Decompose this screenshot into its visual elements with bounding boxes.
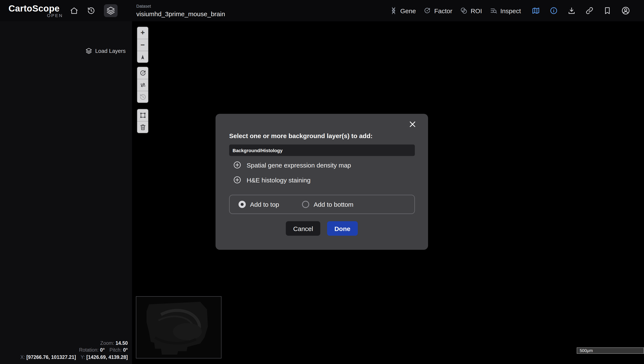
zoom-in-button[interactable]: + xyxy=(137,27,148,39)
share-link-button[interactable] xyxy=(585,7,594,15)
zoom-out-button[interactable]: − xyxy=(137,39,148,51)
close-icon xyxy=(408,120,416,128)
home-icon xyxy=(70,7,78,15)
placement-radio-group: Add to top Add to bottom xyxy=(229,195,415,214)
dna-icon xyxy=(390,7,397,15)
nav-item-gene[interactable]: Gene xyxy=(390,7,416,15)
status-zoom: Zoom: 14.50 xyxy=(20,339,128,346)
layers-button[interactable] xyxy=(104,4,118,17)
status-rotation-pitch: Rotation: 0° Pitch: 0° xyxy=(20,346,128,353)
done-button[interactable]: Done xyxy=(327,221,358,236)
compass-button[interactable] xyxy=(137,51,148,63)
account-button[interactable] xyxy=(621,6,630,15)
nav-label-factor: Factor xyxy=(434,7,452,14)
zoom-in-icon: + xyxy=(140,29,145,37)
nav-label-gene: Gene xyxy=(400,7,416,14)
load-layers-icon xyxy=(86,48,92,54)
topbar-tools xyxy=(70,4,118,17)
rotate-button[interactable] xyxy=(137,67,148,79)
nav-label-roi: ROI xyxy=(471,7,482,14)
sidebar: Load Layers Zoom: 14.50 Rotation: 0° Pit… xyxy=(0,21,132,364)
layer-option-he-staining[interactable]: H&E histology staining xyxy=(233,174,310,186)
layer-group-header[interactable]: Background/Histology xyxy=(229,145,415,156)
link-icon xyxy=(585,7,594,15)
swap-axes-button[interactable] xyxy=(137,79,148,91)
modal-close-button[interactable] xyxy=(408,120,416,128)
scale-label: 500μm xyxy=(580,348,593,353)
logo-text: CartoScope xyxy=(8,4,63,13)
logo: CartoScope OPEN xyxy=(8,4,63,18)
view-controls xyxy=(137,67,148,103)
roi-icon xyxy=(460,7,468,15)
cancel-button[interactable]: Cancel xyxy=(286,221,320,236)
load-layers-button[interactable]: Load Layers xyxy=(86,48,126,54)
download-icon xyxy=(567,7,576,15)
map-scale-bar: 500μm xyxy=(577,347,644,354)
layer-option-density-map[interactable]: Spatial gene expression density map xyxy=(233,159,351,171)
zoom-out-icon: − xyxy=(140,41,145,49)
modal-title: Select one or more background layer(s) t… xyxy=(229,132,373,139)
swap-icon xyxy=(139,81,146,89)
nav-item-roi[interactable]: ROI xyxy=(460,7,482,15)
modal-actions: Cancel Done xyxy=(216,221,428,236)
home-button[interactable] xyxy=(70,7,78,15)
dataset-info: Dataset visiumhd_3prime_mouse_brain xyxy=(136,4,225,18)
account-icon xyxy=(621,6,630,15)
delete-shape-button[interactable] xyxy=(137,121,148,133)
topbar-action-icons xyxy=(532,6,630,15)
info-icon xyxy=(550,7,558,15)
compass-icon xyxy=(139,54,146,60)
zoom-controls: + − xyxy=(137,27,148,63)
info-button[interactable] xyxy=(550,7,558,15)
viewport-status: Zoom: 14.50 Rotation: 0° Pitch: 0° X: [9… xyxy=(20,339,128,360)
load-layers-label: Load Layers xyxy=(95,48,126,54)
radio-unselected-icon[interactable] xyxy=(302,201,310,208)
minimap-brain-image xyxy=(136,297,221,358)
radio-add-to-top[interactable]: Add to top xyxy=(238,201,279,208)
layer-option-label: H&E histology staining xyxy=(246,176,310,183)
history-button[interactable] xyxy=(87,7,96,15)
radio-add-to-bottom[interactable]: Add to bottom xyxy=(302,201,354,208)
draw-controls xyxy=(137,109,148,133)
bookmark-icon xyxy=(603,7,612,15)
inspect-icon xyxy=(490,7,497,15)
layer-option-label: Spatial gene expression density map xyxy=(246,161,351,169)
topbar: CartoScope OPEN Dataset visiumhd_3prime_… xyxy=(0,0,644,21)
rotate-icon xyxy=(139,69,146,77)
draw-rect-button[interactable] xyxy=(137,109,148,121)
nav-item-factor[interactable]: Factor xyxy=(424,7,452,15)
trash-icon xyxy=(139,124,146,131)
radio-add-to-bottom-label: Add to bottom xyxy=(314,201,354,208)
map-view-button[interactable] xyxy=(532,7,540,15)
nav-label-inspect: Inspect xyxy=(500,7,521,14)
add-background-layer-modal: Select one or more background layer(s) t… xyxy=(216,114,428,250)
minimap[interactable] xyxy=(136,296,222,358)
status-extent: X: [97266.76, 101327.21] Y: [1426.69, 41… xyxy=(20,353,128,360)
draw-rect-icon xyxy=(139,112,146,119)
plus-circle-icon xyxy=(233,161,242,169)
reset-view-button[interactable] xyxy=(137,91,148,103)
dataset-label: Dataset xyxy=(136,4,225,9)
map-icon xyxy=(532,7,540,15)
factor-icon xyxy=(424,7,431,15)
layers-icon xyxy=(106,7,115,15)
radio-add-to-top-label: Add to top xyxy=(250,201,279,208)
logo-subtext: OPEN xyxy=(8,13,63,18)
radio-selected-icon[interactable] xyxy=(238,201,246,208)
history-reset-icon xyxy=(139,93,146,101)
layer-group-header-label: Background/Histology xyxy=(232,148,282,153)
dataset-name: visiumhd_3prime_mouse_brain xyxy=(136,10,225,18)
history-icon xyxy=(87,7,96,15)
bookmark-button[interactable] xyxy=(603,7,612,15)
download-button[interactable] xyxy=(567,7,576,15)
app-window: CartoScope OPEN Dataset visiumhd_3prime_… xyxy=(0,0,644,364)
main-nav: Gene Factor ROI Inspect xyxy=(390,7,521,15)
nav-item-inspect[interactable]: Inspect xyxy=(490,7,521,15)
plus-circle-icon xyxy=(233,176,242,184)
